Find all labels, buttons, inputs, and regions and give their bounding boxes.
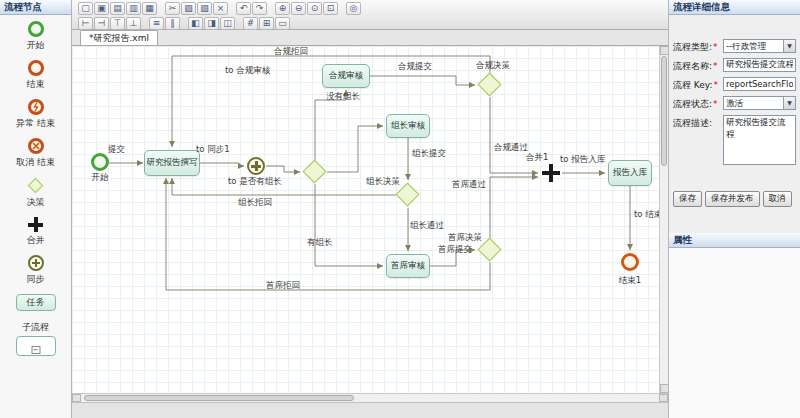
task-node-write[interactable]: 研究报告撰写 (144, 150, 200, 176)
process-name-input[interactable] (723, 58, 796, 72)
save-as-button[interactable]: ▥ (126, 2, 141, 15)
align-right-icon: ⊣ (98, 18, 106, 28)
align-right-button[interactable]: ⊣ (94, 17, 109, 30)
process-description-textarea[interactable]: 研究报告提交流程 (723, 115, 796, 165)
hscroll-thumb[interactable] (84, 395, 354, 401)
palette-body: 开始 结束 异常 结束 取消 结束 决策 (0, 15, 71, 364)
process-status-select[interactable]: 激活 (723, 96, 796, 110)
flow-edge (490, 177, 538, 238)
save-icon: ▤ (113, 3, 122, 13)
field-label: 流程状态:* (673, 96, 723, 111)
redo-button[interactable]: ↷ (252, 2, 267, 15)
scroll-up-arrow-icon[interactable] (660, 46, 668, 55)
snap-grid-button[interactable]: ⊞ (259, 17, 274, 30)
align-bottom-button[interactable]: ⊥ (126, 17, 141, 30)
properties-panel-header: 属性 (669, 233, 800, 248)
required-asterisk: * (713, 61, 718, 71)
zoom-out-icon: ⊖ (295, 3, 303, 13)
edge-label: to 同步1 (196, 144, 230, 156)
flow-edge (172, 178, 396, 195)
palette-item-error-end[interactable]: 异常 结束 (16, 99, 55, 130)
print-button[interactable]: ▦ (142, 2, 157, 15)
palette-item-task[interactable]: 任务 (16, 294, 56, 311)
zoom-out-button[interactable]: ⊖ (291, 2, 306, 15)
align-top-button[interactable]: ⊤ (110, 17, 125, 30)
cancel-end-event-icon (28, 138, 44, 154)
save-button[interactable]: 保存 (673, 191, 702, 207)
required-asterisk: * (714, 80, 719, 90)
workflow-designer-app: 流程节点 开始 结束 异常 结束 取消 结束 (0, 0, 800, 418)
palette-item-decision[interactable]: 决策 (27, 177, 45, 209)
edge-label: 有组长 (307, 237, 333, 249)
zoom-actual-icon: ⊙ (311, 3, 319, 13)
match-height-button[interactable]: ◨ (204, 17, 219, 30)
match-size-button[interactable]: ◫ (220, 17, 235, 30)
decision-node-compliance[interactable] (478, 73, 502, 97)
process-key-input[interactable] (723, 77, 796, 91)
palette-item-label: 合并 (27, 234, 45, 247)
flow-edge (315, 184, 383, 266)
palette-item-cancel-end[interactable]: 取消 结束 (16, 138, 55, 169)
dropdown-arrow-icon[interactable] (783, 40, 795, 52)
dropdown-arrow-icon[interactable] (783, 97, 795, 109)
align-left-button[interactable]: ⊢ (78, 17, 93, 30)
canvas-hscrollbar[interactable] (72, 393, 668, 402)
palette-item-start[interactable]: 开始 (27, 21, 45, 52)
task-node-leader[interactable]: 组长审核 (386, 114, 430, 138)
task-node-store[interactable]: 报告入库 (608, 160, 652, 186)
palette-item-sync[interactable]: 同步 (27, 255, 45, 286)
new-button[interactable]: ▢ (78, 2, 93, 15)
document-tab[interactable]: *研究报告.xml (80, 30, 158, 45)
page-setup-button[interactable]: ▭ (275, 17, 290, 30)
start-event-node[interactable] (91, 153, 109, 171)
delete-icon: × (217, 3, 225, 13)
decision-node-leader-check[interactable] (303, 160, 327, 184)
align-left-icon: ⊢ (82, 18, 90, 28)
node-label: 开始 (80, 172, 120, 184)
copy-button[interactable]: ▨ (181, 2, 196, 15)
flow-connectors (78, 46, 658, 393)
vscroll-thumb[interactable] (661, 56, 667, 166)
sync-gateway-icon (28, 255, 44, 271)
open-button[interactable]: ▣ (94, 2, 109, 15)
merge-gateway-node[interactable] (542, 164, 560, 182)
cut-button[interactable]: ✂ (165, 2, 180, 15)
zoom-in-button[interactable]: ⊕ (275, 2, 290, 15)
save-button[interactable]: ▤ (110, 2, 125, 15)
main-toolbar: ▢▣▤▥▦✂▨▧×↶↷⊕⊖⊙⊡◎ ⊢⊣⊤⊥≡∥◧◨◫#⊞▭ (72, 0, 668, 30)
merge-plus-icon (28, 217, 43, 232)
palette-item-end[interactable]: 结束 (27, 60, 45, 91)
undo-button[interactable]: ↶ (236, 2, 251, 15)
palette-item-label: 子流程 (22, 321, 49, 334)
task-node-compliance[interactable]: 合规审核 (322, 64, 370, 88)
scroll-left-arrow-icon[interactable] (72, 394, 81, 402)
edge-label: 首席拒回 (266, 280, 300, 292)
task-node-chief[interactable]: 首席审核 (386, 254, 430, 278)
cancel-button[interactable]: 取消 (763, 191, 792, 207)
palette-item-subprocess[interactable]: 子流程 − (16, 319, 56, 356)
palette-item-label: 开始 (27, 39, 45, 52)
scroll-right-arrow-icon[interactable] (659, 394, 668, 402)
toggle-grid-button[interactable]: # (243, 17, 258, 30)
delete-button[interactable]: × (213, 2, 228, 15)
distribute-v-button[interactable]: ∥ (165, 17, 180, 30)
form-row-description: 流程描述: 研究报告提交流程 (673, 115, 796, 167)
distribute-h-button[interactable]: ≡ (149, 17, 164, 30)
sync-gateway-node[interactable] (247, 157, 265, 175)
zoom-actual-button[interactable]: ⊙ (307, 2, 322, 15)
palette-item-label: 结束 (27, 78, 45, 91)
save-publish-button[interactable]: 保存并发布 (705, 191, 760, 207)
zoom-in-icon: ⊕ (279, 3, 287, 13)
required-asterisk: * (713, 42, 718, 52)
paste-button[interactable]: ▧ (197, 2, 212, 15)
process-type-select[interactable]: --行政管理 (723, 39, 796, 53)
zoom-fit-button[interactable]: ⊡ (323, 2, 338, 15)
diagram-canvas[interactable]: 开始 研究报告撰写 合规审核 合规决策 组长审核 组长决策 首席审核 首席决策 … (72, 46, 668, 393)
match-width-button[interactable]: ◧ (188, 17, 203, 30)
canvas-vscrollbar[interactable] (659, 46, 668, 393)
palette-item-merge[interactable]: 合并 (27, 217, 45, 247)
copy-icon: ▨ (184, 3, 193, 13)
preview-button[interactable]: ◎ (346, 2, 361, 15)
end-event-node[interactable] (621, 253, 639, 271)
scroll-down-arrow-icon[interactable] (660, 384, 668, 393)
